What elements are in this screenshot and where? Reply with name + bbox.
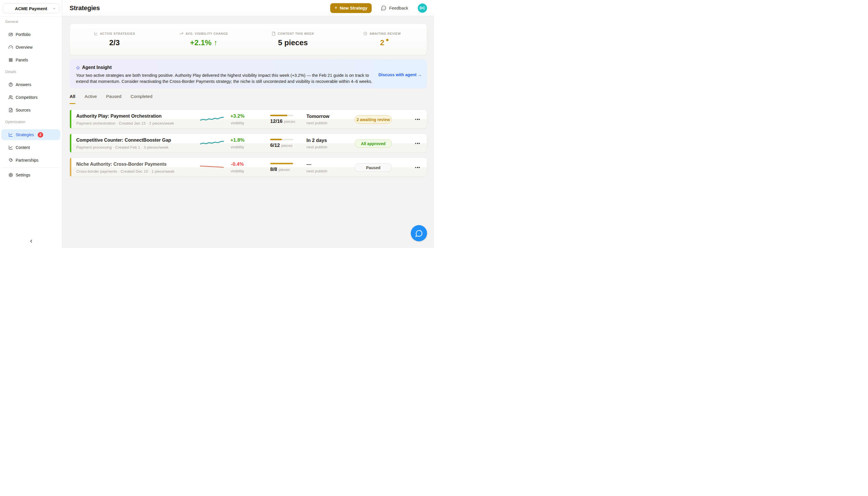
sidebar-item-label: Competitors [16,95,37,100]
stat-label: AWAITING REVIEW [363,32,401,36]
awaiting-review-dot [386,39,389,41]
pieces-count: 12/16 [270,119,283,124]
stat-value: 2/3 [109,38,120,47]
tab-completed[interactable]: Completed [131,94,152,104]
chart-line-icon [9,133,13,137]
dot [415,143,416,144]
next-publish-label: next publish [306,169,350,173]
topbar-actions: + New Strategy Feedback DC [330,3,427,13]
visibility-label: visibility [220,121,255,125]
pieces-progress-bar [270,163,293,164]
sidebar-item-sources[interactable]: Sources [1,105,60,115]
pieces-label: pieces [284,119,295,124]
pieces-label: pieces [279,168,290,172]
next-publish-column: Tomorrow next publish [306,113,350,125]
feedback-label: Feedback [389,5,408,11]
pieces-column: 6/12 pieces [270,139,311,148]
pieces-count: 8/8 [270,167,277,172]
next-publish-label: next publish [306,144,350,150]
pieces-progress-fill [270,163,293,164]
status-badge[interactable]: All approved [354,139,392,148]
sidebar-item-label: Partnerships [16,158,39,162]
dot [418,119,420,120]
tab-active[interactable]: Active [85,94,97,104]
stat-value: 5 pieces [278,38,308,47]
chat-bubble-icon [415,230,423,237]
strategy-meta: Payment processing · Created Feb 1 · 3 p… [76,145,168,150]
sidebar-item-label: Strategies [16,133,34,137]
stat-value: +2.1% ↑ [190,38,217,47]
row-menu-button[interactable] [415,165,420,170]
avatar-initials: DC [420,6,425,10]
strategy-meta: Payment orchestration · Created Jan 15 ·… [76,121,174,126]
sidebar-item-strategies[interactable]: Strategies 2 [1,129,60,140]
workspace-switcher[interactable]: ACME Payment [3,3,59,13]
dot [417,119,418,120]
chevron-down-icon [52,7,56,11]
pieces-count: 6/12 [270,142,280,148]
sidebar-nav: General Portfolio Overview Panels Detail… [0,19,62,181]
line-chart-icon [94,32,98,36]
sidebar-item-partnerships[interactable]: Partnerships [1,155,60,166]
sidebar-item-overview[interactable]: Overview [1,42,60,53]
chevron-left-icon [29,239,34,244]
sidebar-item-competitors[interactable]: Competitors [1,92,60,103]
insight-title: Agent Insight [82,65,112,70]
stat-label: AVG. VISIBILITY CHANGE [180,32,228,36]
stat-content-this-week: CONTENT THIS WEEK 5 pieces [248,24,338,55]
tab-all[interactable]: All [70,94,75,104]
strategy-row-competitive-counter[interactable]: Competitive Counter: ConnectBooster Gap … [70,134,427,153]
status-badge[interactable]: Paused [354,164,392,172]
feedback-bubble-icon [381,5,386,11]
status-badge[interactable]: 2 awaiting review [354,115,392,124]
sidebar-item-content[interactable]: Content [1,142,60,153]
dot [418,167,420,168]
sidebar-item-label: Overview [16,45,32,49]
stat-value: 2 [380,38,384,47]
sidebar-item-label: Panels [16,58,28,62]
section-label-optimization: Optimization [1,120,60,125]
pieces-label: pieces [281,143,292,148]
pieces-line: 8/8 pieces [270,167,311,172]
strategy-tabs: All Active Paused Completed [70,94,427,104]
sidebar-item-label: Settings [16,173,30,177]
gauge-icon [9,45,13,49]
file-text-icon [272,32,276,36]
sidebar-item-answers[interactable]: Answers [1,79,60,90]
sidebar-item-label: Answers [16,82,31,87]
next-publish-column: — next publish [306,161,350,173]
workspace-switcher-wrap: ACME Payment [0,0,62,16]
strategy-row-authority-play[interactable]: Authority Play: Payment Orchestration Pa… [70,109,427,129]
main-area: Strategies + New Strategy Feedback DC [62,0,434,248]
chat-fab-button[interactable] [411,225,427,241]
sidebar-item-settings[interactable]: Settings [1,170,60,181]
strategy-title: Niche Authority: Cross-Border Payments [76,161,166,167]
dot [415,119,416,120]
pieces-column: 12/16 pieces [270,115,311,124]
section-label-general: General [1,19,60,24]
row-menu-button[interactable] [415,141,420,146]
sidebar-collapse-button[interactable] [28,237,34,245]
strategy-row-niche-authority[interactable]: Niche Authority: Cross-Border Payments C… [70,158,427,177]
new-strategy-button[interactable]: + New Strategy [330,3,372,13]
visibility-column: -0.4% visibility [220,161,255,173]
sidebar-item-panels[interactable]: Panels [1,55,60,65]
pieces-progress-bar [270,139,293,140]
gear-icon [9,173,13,177]
row-menu-button[interactable] [415,117,420,122]
strategy-list: Authority Play: Payment Orchestration Pa… [70,109,427,177]
sidebar-item-portfolio[interactable]: Portfolio [1,29,60,40]
new-strategy-label: New Strategy [340,5,367,11]
tab-paused[interactable]: Paused [106,94,121,104]
stat-label: CONTENT THIS WEEK [272,32,314,36]
avatar[interactable]: DC [418,3,427,13]
strategy-title: Competitive Counter: ConnectBooster Gap [76,137,171,143]
discuss-with-agent-link[interactable]: Discuss with agent → [378,73,422,77]
content-area: ACTIVE STRATEGIES 2/3 AVG. VISIBILITY CH… [62,16,434,248]
stat-label-text: ACTIVE STRATEGIES [100,32,135,35]
stat-active-strategies: ACTIVE STRATEGIES 2/3 [70,24,159,55]
stats-card: ACTIVE STRATEGIES 2/3 AVG. VISIBILITY CH… [70,24,427,55]
visibility-change: +3.2% [220,113,255,119]
feedback-button[interactable]: Feedback [381,5,408,11]
next-publish-value: In 2 days [306,137,350,143]
